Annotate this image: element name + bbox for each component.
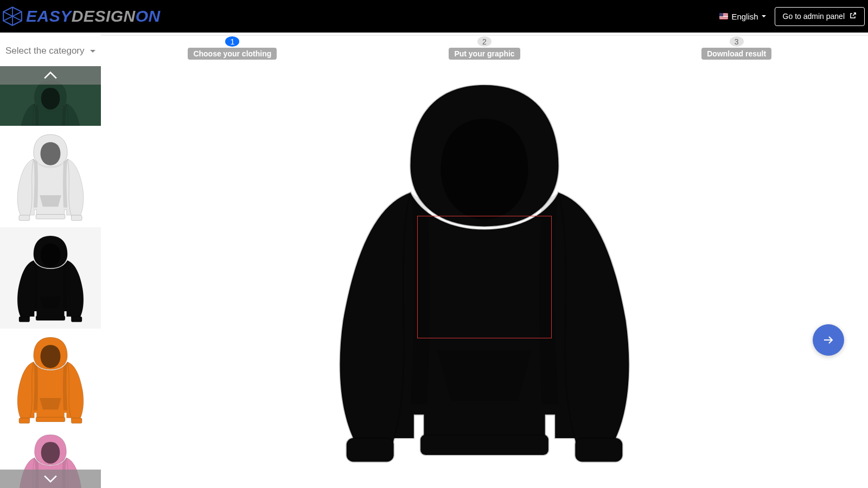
clothing-thumb-black[interactable] (0, 227, 101, 329)
step-2[interactable]: 2 Put your graphic (359, 35, 611, 60)
step-label: Download result (701, 48, 771, 60)
clothing-thumb-orange[interactable] (0, 329, 101, 430)
hoodie-icon (316, 53, 653, 487)
step-3[interactable]: 3 Download result (610, 35, 863, 60)
admin-button-label: Go to admin panel (783, 12, 845, 21)
thumbs-scroll-down-button[interactable] (0, 470, 101, 488)
hoodie-icon (7, 232, 94, 324)
sidebar: Select the category (0, 33, 101, 488)
language-selector[interactable]: English (719, 12, 765, 21)
app-header: EASYDESIGNON English Go to admin panel (0, 0, 868, 33)
step-number: 3 (730, 36, 744, 47)
step-label: Choose your clothing (188, 48, 277, 60)
content-area: 1 Choose your clothing 2 Put your graphi… (101, 33, 868, 488)
arrow-right-icon (822, 333, 835, 346)
clothing-thumb-white[interactable] (0, 126, 101, 227)
app-logo[interactable]: EASYDESIGNON (1, 5, 161, 28)
clothing-preview (316, 53, 653, 487)
hoodie-icon (7, 333, 94, 426)
hoodie-icon (7, 131, 94, 223)
thumbnail-scroller (0, 66, 101, 488)
admin-panel-button[interactable]: Go to admin panel (775, 7, 865, 26)
next-step-button[interactable] (813, 324, 844, 356)
caret-down-icon (762, 15, 766, 17)
flag-us-icon (719, 13, 728, 20)
design-canvas[interactable] (101, 33, 868, 488)
wizard-steps: 1 Choose your clothing 2 Put your graphi… (101, 35, 868, 60)
logo-cube-icon (1, 5, 24, 28)
category-dropdown[interactable]: Select the category (0, 33, 101, 66)
chevron-down-icon (43, 474, 58, 483)
category-placeholder: Select the category (5, 46, 85, 56)
chevron-up-icon (43, 71, 58, 80)
thumbs-scroll-up-button[interactable] (0, 66, 101, 85)
logo-text: EASYDESIGNON (26, 7, 161, 25)
language-label: English (731, 12, 758, 21)
caret-down-icon (90, 50, 95, 53)
step-1[interactable]: 1 Choose your clothing (106, 35, 359, 60)
step-number: 2 (477, 36, 492, 47)
step-number: 1 (225, 36, 239, 47)
step-label: Put your graphic (449, 48, 520, 60)
external-link-icon (849, 12, 857, 21)
